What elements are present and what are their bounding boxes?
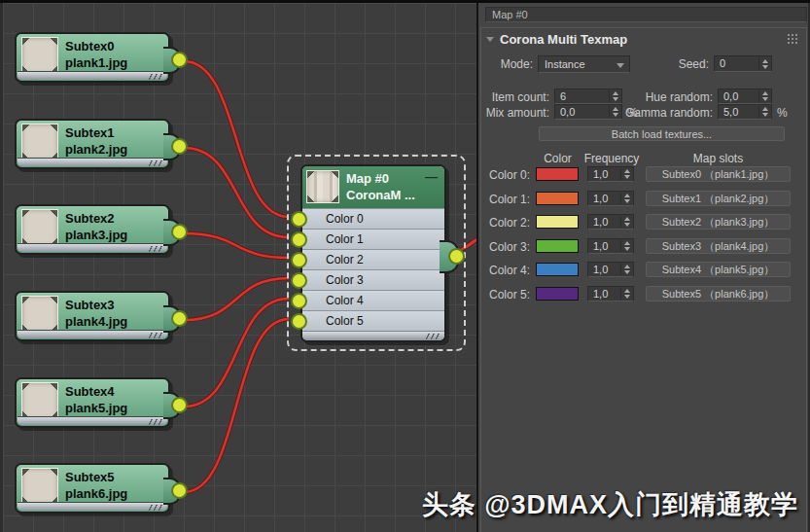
minimize-icon[interactable]: —: [425, 166, 444, 184]
spinner-arrows[interactable]: [758, 106, 770, 118]
node-resize-bar[interactable]: [18, 243, 167, 252]
color-swatch[interactable]: [536, 239, 579, 253]
watermark-text: 头条 @3DMAX入门到精通教学: [422, 487, 798, 522]
output-socket[interactable]: [171, 397, 188, 413]
node-resize-bar[interactable]: [18, 158, 167, 166]
node-resize-bar[interactable]: [302, 331, 444, 340]
wire-subtex2-color2[interactable]: [184, 233, 289, 258]
spinner-arrows[interactable]: [620, 216, 632, 228]
frequency-field[interactable]: 1,0: [587, 286, 634, 301]
input-socket[interactable]: [291, 231, 307, 248]
output-socket[interactable]: [448, 248, 465, 265]
mix-amount-field[interactable]: 0,0: [554, 104, 622, 120]
color-swatch[interactable]: [536, 215, 579, 229]
input-socket[interactable]: [291, 313, 307, 330]
node-title: Subtex5: [65, 469, 127, 485]
slot-color3[interactable]: Color 3: [302, 269, 444, 290]
mode-dropdown[interactable]: Instance: [538, 55, 630, 73]
node-subtitle: plank2.jpg: [65, 141, 127, 158]
texture-thumbnail: [21, 468, 58, 505]
spinner-arrows[interactable]: [609, 90, 620, 102]
node-resize-bar[interactable]: [18, 502, 167, 511]
node-map0-corona-multi-texmap[interactable]: Map #0 CoronaM ... — Color 0 Color 1 Col…: [300, 164, 446, 342]
node-resize-bar[interactable]: [18, 416, 167, 425]
map-slot-button[interactable]: Subtex4 （plank5.jpg）: [646, 262, 791, 277]
input-socket[interactable]: [291, 272, 307, 289]
map-node-title: Map #0: [346, 170, 425, 187]
seed-field[interactable]: 0: [714, 55, 772, 72]
rollout-title[interactable]: Corona Multi Texmap: [500, 32, 627, 47]
gamma-random-value: 5,0: [723, 106, 738, 118]
frequency-value: 1,0: [593, 240, 608, 252]
mode-label: Mode:: [484, 57, 533, 71]
slot-color2[interactable]: Color 2: [302, 249, 444, 269]
color-swatch[interactable]: [536, 167, 579, 181]
resize-grip-icon: [148, 419, 163, 425]
spinner-arrows[interactable]: [758, 90, 770, 102]
map-slot-button[interactable]: Subtex5 （plank6.jpg）: [646, 286, 791, 301]
hue-random-field[interactable]: 0,0: [718, 89, 772, 104]
output-socket[interactable]: [171, 310, 188, 327]
slot-color4[interactable]: Color 4: [302, 290, 444, 310]
map-node-header[interactable]: Map #0 CoronaM ... —: [302, 166, 444, 208]
output-socket[interactable]: [171, 224, 188, 240]
output-socket[interactable]: [171, 482, 188, 499]
slate-material-editor: Subtex0 plank1.jpg Subtex1 plank2.jpg Su…: [0, 0, 810, 532]
slot-color1[interactable]: Color 1: [302, 229, 444, 249]
column-header-map-slots: Map slots: [646, 152, 791, 165]
rollout-grip-icon[interactable]: [787, 33, 797, 44]
texture-thumbnail: [21, 209, 58, 246]
output-tab: [440, 240, 459, 273]
spinner-arrows[interactable]: [609, 106, 620, 118]
frequency-field[interactable]: 1,0: [587, 214, 634, 230]
slot-color5[interactable]: Color 5: [302, 310, 444, 331]
node-subtitle: plank4.jpg: [65, 313, 127, 330]
slot-label: Color 3: [326, 273, 364, 287]
wire-subtex4-color4[interactable]: [184, 299, 289, 407]
input-socket[interactable]: [291, 252, 307, 268]
map-slot-button[interactable]: Subtex3 （plank4.jpg）: [646, 238, 791, 254]
batch-load-textures-button[interactable]: Batch load textures...: [539, 126, 785, 141]
map-slot-button[interactable]: Subtex0 （plank1.jpg）: [646, 166, 791, 182]
color-swatch[interactable]: [536, 287, 579, 301]
color-swatch[interactable]: [536, 192, 579, 205]
node-subtex4[interactable]: Subtex4 plank5.jpg: [15, 377, 170, 428]
color-swatch[interactable]: [536, 263, 579, 276]
texture-thumbnail: [21, 124, 58, 160]
wire-subtex1-color1[interactable]: [184, 148, 289, 237]
frequency-field[interactable]: 1,0: [587, 238, 634, 254]
node-subtex0[interactable]: Subtex0 plank1.jpg: [15, 32, 170, 83]
input-socket[interactable]: [291, 211, 307, 228]
frequency-value: 1,0: [593, 193, 608, 204]
frequency-field[interactable]: 1,0: [587, 262, 634, 277]
frequency-field[interactable]: 1,0: [587, 166, 634, 182]
map-slot-button[interactable]: Subtex1 （plank2.jpg）: [646, 191, 791, 206]
item-count-field[interactable]: 6: [554, 89, 622, 104]
node-view-canvas[interactable]: Subtex0 plank1.jpg Subtex1 plank2.jpg Su…: [0, 3, 476, 532]
output-socket[interactable]: [171, 138, 188, 155]
spinner-arrows[interactable]: [620, 288, 632, 300]
node-resize-bar[interactable]: [18, 330, 167, 338]
node-resize-bar[interactable]: [18, 71, 167, 80]
input-socket[interactable]: [291, 293, 307, 309]
spinner-arrows[interactable]: [620, 168, 632, 180]
spinner-arrows[interactable]: [758, 57, 770, 70]
spinner-arrows[interactable]: [620, 240, 632, 252]
map-slot-button[interactable]: Subtex2 （plank3.jpg）: [646, 214, 791, 230]
node-subtex3[interactable]: Subtex3 plank4.jpg: [15, 291, 170, 341]
node-subtex2[interactable]: Subtex2 plank3.jpg: [15, 204, 170, 255]
slot-color0[interactable]: Color 0: [302, 208, 444, 229]
rollout-collapse-icon[interactable]: [486, 37, 494, 42]
material-name-field[interactable]: Map #0: [485, 7, 807, 22]
node-subtex1[interactable]: Subtex1 plank2.jpg: [15, 119, 170, 169]
slot-label: Color 1: [326, 232, 364, 246]
column-header-frequency: Frequency: [581, 152, 642, 165]
node-subtex5[interactable]: Subtex5 plank6.jpg: [15, 463, 170, 514]
output-socket[interactable]: [171, 52, 188, 68]
wire-subtex3-color3[interactable]: [184, 278, 289, 320]
gamma-random-field[interactable]: 5,0: [718, 104, 772, 120]
spinner-arrows[interactable]: [620, 264, 632, 275]
frequency-field[interactable]: 1,0: [587, 191, 634, 206]
material-parameter-panel: Map #0 Corona Multi Texmap Mode: Instanc…: [476, 3, 810, 532]
spinner-arrows[interactable]: [620, 193, 632, 204]
